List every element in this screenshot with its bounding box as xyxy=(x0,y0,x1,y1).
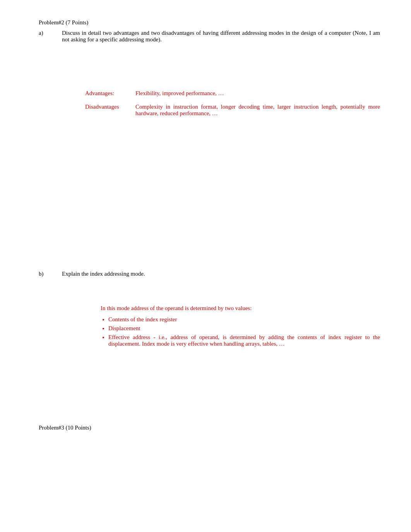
advantages-label: Advantages: xyxy=(85,90,135,97)
disadvantages-text: Complexity in instruction format, longer… xyxy=(135,104,380,117)
answer-section-a: Advantages: Flexibility, improved perfor… xyxy=(85,90,380,117)
spacer-1 xyxy=(39,48,380,78)
bullet-item-2: Displacement xyxy=(108,325,380,332)
bullet-item-1: Contents of the index register xyxy=(108,316,380,323)
part-a-text: Discuss in detail two advantages and two… xyxy=(62,30,380,43)
part-b-answer: In this mode address of the operand is d… xyxy=(101,305,380,347)
problem2-section: Problem#2 (7 Points) a) Discuss in detai… xyxy=(39,19,380,347)
part-b-container: b) Explain the index addressing mode. xyxy=(39,271,380,277)
advantages-text: Flexibility, improved performance, … xyxy=(135,90,380,97)
bullet-item-3: Effective address - i.e., address of ope… xyxy=(108,334,380,347)
page: Problem#2 (7 Points) a) Discuss in detai… xyxy=(0,0,411,532)
advantages-row: Advantages: Flexibility, improved perfor… xyxy=(85,90,380,97)
spacer-4 xyxy=(39,363,380,409)
spacer-3 xyxy=(39,282,380,297)
spacer-2 xyxy=(39,124,380,271)
part-a-letter: a) xyxy=(39,30,62,36)
problem3-title: Problem#3 (10 Points) xyxy=(39,425,380,431)
problem2-title: Problem#2 (7 Points) xyxy=(39,19,380,26)
disadvantages-label: Disadvantages xyxy=(85,104,135,110)
part-b-letter: b) xyxy=(39,271,62,277)
part-a-container: a) Discuss in detail two advantages and … xyxy=(39,30,380,43)
bullet-list: Contents of the index register Displacem… xyxy=(101,316,380,347)
part-b-intro: In this mode address of the operand is d… xyxy=(101,305,380,312)
part-b-text: Explain the index addressing mode. xyxy=(62,271,380,277)
disadvantages-row: Disadvantages Complexity in instruction … xyxy=(85,104,380,117)
